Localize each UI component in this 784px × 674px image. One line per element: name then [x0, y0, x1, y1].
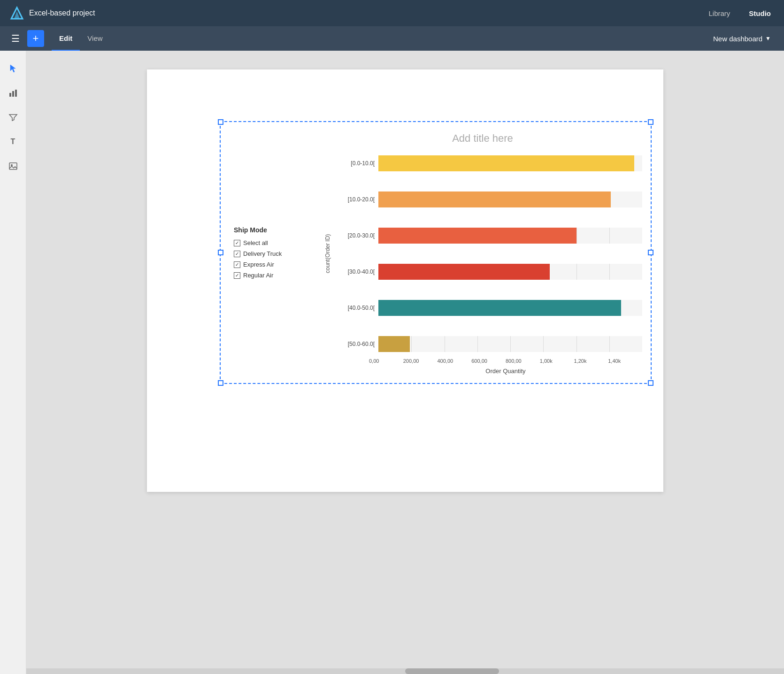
- legend-title: Ship Mode: [234, 226, 314, 234]
- x-tick-6: 1,20k: [574, 358, 608, 364]
- image-icon: [8, 161, 18, 171]
- svg-rect-3: [12, 91, 14, 97]
- bar-label-4: [40.0-50.0[: [332, 305, 375, 311]
- sidebar-item-filter[interactable]: [3, 107, 23, 128]
- legend-panel: Ship Mode ✓ Select all ✓ Delivery Truck …: [229, 130, 314, 375]
- scrollbar-thumb[interactable]: [405, 668, 499, 674]
- legend-item-3[interactable]: ✓ Regular Air: [234, 272, 314, 279]
- logo: Excel-based project: [9, 6, 95, 21]
- x-tick-1: 200,00: [403, 358, 438, 364]
- tab-view[interactable]: View: [80, 26, 110, 51]
- add-button[interactable]: +: [27, 30, 44, 47]
- grid-line: [609, 228, 642, 244]
- toolbar: ☰ + Edit View New dashboard ▼: [0, 26, 784, 51]
- x-axis: 0,00200,00400,00600,00800,001,00k1,20k1,…: [369, 355, 642, 364]
- top-nav: Excel-based project Library Studio: [0, 0, 784, 26]
- bottom-scrollbar[interactable]: [26, 668, 784, 674]
- bar-fill-0: [378, 155, 634, 171]
- library-link[interactable]: Library: [705, 8, 734, 19]
- canvas-area[interactable]: Ship Mode ✓ Select all ✓ Delivery Truck …: [26, 51, 784, 674]
- grid-line: [576, 228, 609, 244]
- bar-row-1: [10.0-20.0[: [332, 188, 642, 211]
- chart-panel: Add title here count(Order ID) [0.0-10.0…: [323, 130, 642, 375]
- grid-line: [477, 336, 510, 352]
- legend-label-express-air: Express Air: [243, 261, 274, 268]
- cursor-icon: [9, 64, 17, 73]
- chart-widget: Ship Mode ✓ Select all ✓ Delivery Truck …: [220, 121, 652, 384]
- y-axis-label: count(Order ID): [323, 152, 332, 355]
- sidebar-item-cursor[interactable]: [3, 58, 23, 79]
- studio-link[interactable]: Studio: [745, 8, 775, 19]
- hamburger-icon[interactable]: ☰: [8, 29, 23, 48]
- legend-label-delivery-truck: Delivery Truck: [243, 250, 282, 257]
- bar-container-4: [378, 300, 642, 316]
- checkbox-delivery-truck[interactable]: ✓: [234, 251, 240, 257]
- tab-edit[interactable]: Edit: [52, 26, 80, 51]
- bar-label-2: [20.0-30.0[: [332, 232, 375, 239]
- sidebar-item-text[interactable]: T: [3, 131, 23, 152]
- grid-line: [543, 336, 576, 352]
- bar-fill-2: [378, 228, 576, 244]
- grid-lines-5: [378, 336, 642, 352]
- grid-line: [609, 336, 642, 352]
- x-tick-0: 0,00: [369, 358, 403, 364]
- bar-row-5: [50.0-60.0[: [332, 333, 642, 355]
- sidebar-item-chart[interactable]: [3, 83, 23, 103]
- bar-label-5: [50.0-60.0[: [332, 341, 375, 347]
- bar-row-0: [0.0-10.0[: [332, 152, 642, 175]
- canvas-page: Ship Mode ✓ Select all ✓ Delivery Truck …: [147, 69, 663, 492]
- dashboard-name: New dashboard: [713, 35, 762, 43]
- chart-title: Add title here: [323, 132, 642, 145]
- grid-line: [576, 264, 609, 280]
- chart-inner: [0.0-10.0[ [10.0-20.0[ [20.0-30.0[ [30.0…: [332, 152, 642, 355]
- grid-line: [609, 191, 642, 207]
- project-title: Excel-based project: [29, 9, 95, 17]
- legend-item-2[interactable]: ✓ Express Air: [234, 261, 314, 268]
- x-tick-4: 800,00: [506, 358, 540, 364]
- sidebar-item-image[interactable]: [3, 156, 23, 176]
- bar-fill-4: [378, 300, 621, 316]
- bar-container-0: [378, 155, 642, 171]
- svg-rect-2: [9, 93, 11, 97]
- grid-line: [445, 336, 477, 352]
- main-layout: T Ship Mo: [0, 51, 784, 674]
- bar-label-0: [0.0-10.0[: [332, 160, 375, 167]
- sidebar: T: [0, 51, 26, 674]
- chevron-down-icon: ▼: [765, 35, 771, 42]
- bar-fill-5: [378, 336, 410, 352]
- grid-line: [576, 336, 609, 352]
- grid-line: [411, 336, 444, 352]
- legend-item-0[interactable]: ✓ Select all: [234, 239, 314, 246]
- text-icon: T: [11, 138, 15, 146]
- bar-fill-3: [378, 264, 550, 280]
- svg-rect-5: [9, 163, 17, 169]
- legend-label-select-all: Select all: [243, 239, 268, 246]
- bar-row-3: [30.0-40.0[: [332, 260, 642, 283]
- checkbox-regular-air[interactable]: ✓: [234, 272, 240, 279]
- chart-icon: [8, 88, 18, 98]
- x-tick-3: 600,00: [471, 358, 506, 364]
- bar-label-3: [30.0-40.0[: [332, 268, 375, 275]
- legend-label-regular-air: Regular Air: [243, 272, 273, 279]
- logo-icon: [9, 6, 24, 21]
- svg-rect-4: [15, 90, 17, 97]
- bar-container-3: [378, 264, 642, 280]
- x-tick-7: 1,40k: [608, 358, 642, 364]
- bar-container-2: [378, 228, 642, 244]
- bar-row-2: [20.0-30.0[: [332, 224, 642, 247]
- x-axis-label: Order Quantity: [369, 368, 642, 375]
- grid-line: [609, 264, 642, 280]
- chart-area: count(Order ID) [0.0-10.0[ [10.0-20.0[ […: [323, 152, 642, 355]
- bar-fill-1: [378, 191, 611, 207]
- x-tick-2: 400,00: [438, 358, 472, 364]
- legend-item-1[interactable]: ✓ Delivery Truck: [234, 250, 314, 257]
- checkbox-express-air[interactable]: ✓: [234, 261, 240, 268]
- bar-container-1: [378, 191, 642, 207]
- x-tick-5: 1,00k: [540, 358, 574, 364]
- checkbox-select-all[interactable]: ✓: [234, 240, 240, 246]
- bar-container-5: [378, 336, 642, 352]
- bar-row-4: [40.0-50.0[: [332, 297, 642, 319]
- dashboard-selector[interactable]: New dashboard ▼: [707, 32, 776, 46]
- bar-label-1: [10.0-20.0[: [332, 196, 375, 203]
- grid-line: [510, 336, 543, 352]
